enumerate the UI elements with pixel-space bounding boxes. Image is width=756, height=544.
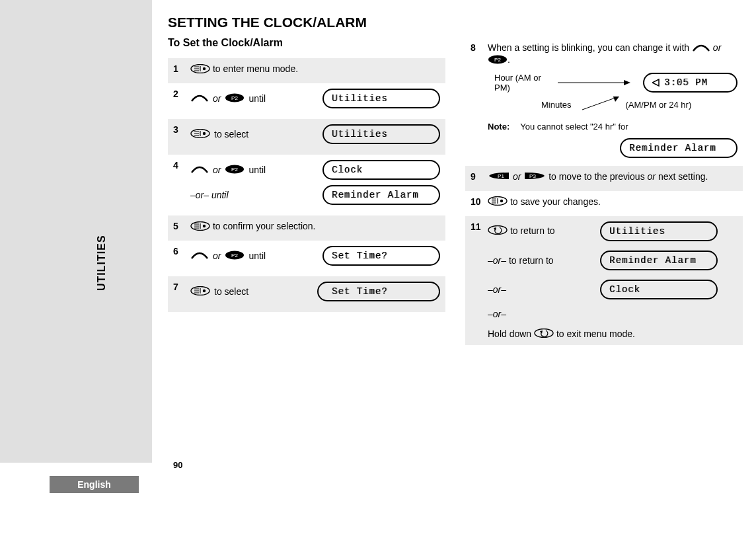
svg-point-44 (500, 200, 503, 202)
step-2: 2 or P2 until Utilities (168, 83, 445, 119)
menu-select-icon (190, 64, 210, 75)
svg-text:P2: P2 (232, 253, 239, 258)
lcd-settime: Set Time? (317, 282, 440, 301)
arc-up-icon (190, 165, 209, 176)
step-9: 9 P1 or P3 to move to the previous or ne… (465, 166, 743, 191)
p2-oval-icon: P2 (225, 251, 245, 262)
step-3: 3 to select Utilities (168, 119, 445, 155)
page-number: 90 (173, 460, 182, 470)
svg-text:P3: P3 (529, 173, 536, 179)
svg-point-21 (203, 225, 206, 227)
step-10: 10 to save your changes. (465, 191, 743, 216)
left-column: To Set the Clock/Alarm 1 to enter menu m… (168, 37, 445, 345)
step-6: 6 or P2 until Set Time? (168, 241, 445, 276)
p2-oval-icon: P2 (488, 55, 508, 66)
svg-marker-36 (613, 97, 619, 102)
content: SETTING THE CLOCK/ALARM To Set the Clock… (168, 15, 743, 345)
menu-select-icon (190, 286, 210, 297)
svg-text:P2: P2 (494, 57, 501, 63)
lcd-settime: Set Time? (322, 246, 440, 266)
back-oval-icon (534, 329, 554, 340)
manual-page: UTILITIES English 90 SETTING THE CLOCK/A… (0, 0, 756, 544)
step-11: 11 to return to Utilities –or– to retur (465, 216, 743, 346)
arrow-icon (558, 77, 639, 88)
lcd-utilities: Utilities (322, 124, 440, 144)
menu-select-icon (190, 129, 210, 140)
sidebar: UTILITIES English (0, 0, 152, 544)
lcd-reminder: Reminder Alarm (620, 138, 737, 158)
lcd-clock: Clock (322, 160, 440, 180)
lcd-reminder: Reminder Alarm (322, 185, 440, 205)
step-5: 5 to confirm your selection. (168, 215, 445, 241)
svg-text:P2: P2 (232, 167, 239, 173)
arc-up-icon (692, 43, 710, 54)
p1-oval-left-icon: P1 (488, 171, 510, 182)
sidebar-bg (0, 0, 152, 463)
back-oval-icon (488, 225, 508, 237)
lcd-utilities: Utilities (600, 221, 718, 241)
menu-select-icon (190, 221, 210, 233)
right-column: 8 When a setting is blinking, you can ch… (465, 37, 743, 345)
lcd-clock: Clock (600, 280, 718, 299)
svg-point-47 (535, 329, 553, 338)
p3-oval-right-icon: P3 (523, 171, 546, 182)
svg-point-45 (488, 226, 507, 235)
language-label: English (50, 476, 139, 493)
svg-marker-34 (652, 79, 659, 86)
step-8: 8 When a setting is blinking, you can ch… (465, 37, 743, 166)
arc-up-icon (190, 251, 209, 262)
step-4: 4 or P2 until Clock (168, 155, 445, 215)
lcd-reminder: Reminder Alarm (600, 251, 718, 270)
subtitle: To Set the Clock/Alarm (168, 37, 445, 49)
svg-marker-33 (624, 80, 630, 85)
svg-text:P1: P1 (498, 173, 504, 179)
note-label: Note: (488, 122, 510, 132)
lcd-utilities: Utilities (322, 89, 440, 108)
step-1: 1 to enter menu mode. (168, 58, 445, 83)
p2-oval-icon: P2 (225, 165, 245, 176)
lcd-time: 3:05 PM (643, 73, 737, 93)
section-tab: UTILITIES (96, 235, 108, 291)
arrow-icon (576, 97, 622, 114)
svg-text:P2: P2 (232, 95, 239, 101)
svg-line-35 (582, 98, 615, 110)
svg-point-5 (203, 67, 206, 70)
svg-point-29 (203, 289, 206, 291)
step-7: 7 to select Set Time? (168, 276, 445, 312)
page-title: SETTING THE CLOCK/ALARM (168, 15, 743, 30)
p2-oval-icon: P2 (225, 93, 245, 104)
menu-select-icon (488, 196, 508, 208)
svg-point-13 (203, 132, 206, 134)
arc-up-icon (190, 93, 209, 104)
